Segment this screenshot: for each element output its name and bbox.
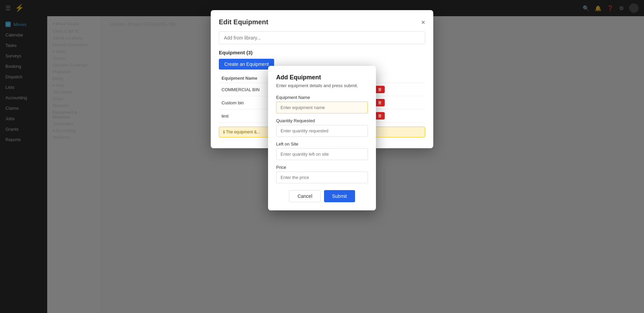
delete-cell: 🗑: [373, 96, 425, 109]
add-modal-actions: Cancel Submit: [276, 190, 368, 202]
add-modal-subtitle: Enter equipment details and press submit…: [276, 83, 368, 88]
submit-button[interactable]: Submit: [324, 190, 355, 202]
add-modal-title: Add Equipment: [276, 74, 368, 81]
quantity-requested-field-group: Quantity Requested: [276, 118, 368, 137]
quantity-requested-input[interactable]: [276, 125, 368, 137]
left-on-site-input[interactable]: [276, 148, 368, 160]
actions-col-header: [373, 74, 425, 83]
price-input[interactable]: [276, 172, 368, 183]
price-label: Price: [276, 165, 368, 170]
edit-modal-header: Edit Equipment ×: [219, 18, 425, 26]
equipment-name-label: Equipment Name: [276, 95, 368, 100]
library-search-input[interactable]: [219, 31, 425, 44]
equipment-name-field-group: Equipment Name: [276, 95, 368, 113]
delete-equipment-button-1[interactable]: 🗑: [375, 99, 385, 106]
delete-cell: 🗑: [373, 83, 425, 96]
cancel-button[interactable]: Cancel: [289, 190, 321, 202]
edit-modal-title: Edit Equipment: [219, 18, 268, 26]
equipment-section-title: Equipment (3): [219, 50, 425, 55]
quantity-requested-label: Quantity Requested: [276, 118, 368, 123]
left-on-site-field-group: Left on Site: [276, 141, 368, 160]
delete-cell: 🗑: [373, 109, 425, 123]
delete-equipment-button-2[interactable]: 🗑: [375, 112, 385, 120]
left-on-site-label: Left on Site: [276, 141, 368, 147]
add-equipment-modal: Add Equipment Enter equipment details an…: [268, 66, 376, 210]
create-equipment-button[interactable]: Create an Equipment: [219, 59, 274, 70]
equipment-name-input[interactable]: [276, 102, 368, 113]
edit-modal-close-button[interactable]: ×: [421, 19, 425, 26]
price-field-group: Price: [276, 165, 368, 183]
info-icon: ℹ: [223, 130, 225, 134]
delete-equipment-button-0[interactable]: 🗑: [375, 86, 385, 93]
